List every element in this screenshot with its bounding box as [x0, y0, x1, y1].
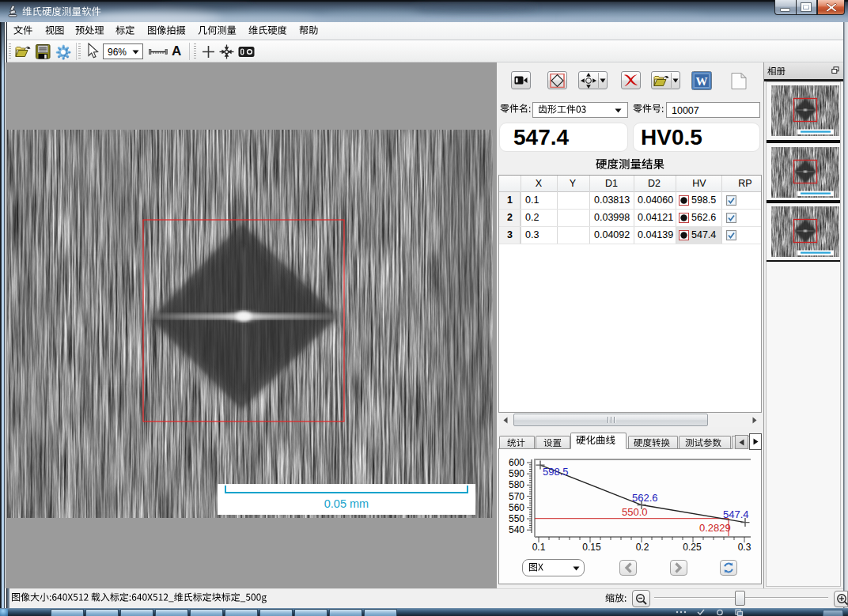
svg-text:W: W [696, 75, 708, 88]
svg-text:560: 560 [509, 502, 524, 513]
svg-text:598.5: 598.5 [543, 466, 569, 478]
svg-text:0.1: 0.1 [532, 542, 546, 553]
svg-text:0.15: 0.15 [582, 542, 601, 553]
svg-text:600: 600 [509, 457, 524, 468]
svg-text:570: 570 [509, 491, 524, 502]
svg-text:550: 550 [509, 513, 524, 524]
svg-text:547.4: 547.4 [723, 508, 749, 520]
svg-text:540: 540 [509, 524, 524, 535]
svg-text:562.6: 562.6 [632, 492, 658, 504]
svg-text:0.25: 0.25 [683, 542, 702, 553]
svg-text:550.0: 550.0 [622, 506, 648, 518]
svg-text:580: 580 [509, 479, 524, 490]
svg-text:0.2: 0.2 [636, 542, 649, 553]
svg-text:590: 590 [509, 468, 524, 479]
svg-text:0.3: 0.3 [738, 542, 751, 553]
svg-text:0.2829: 0.2829 [699, 522, 731, 534]
